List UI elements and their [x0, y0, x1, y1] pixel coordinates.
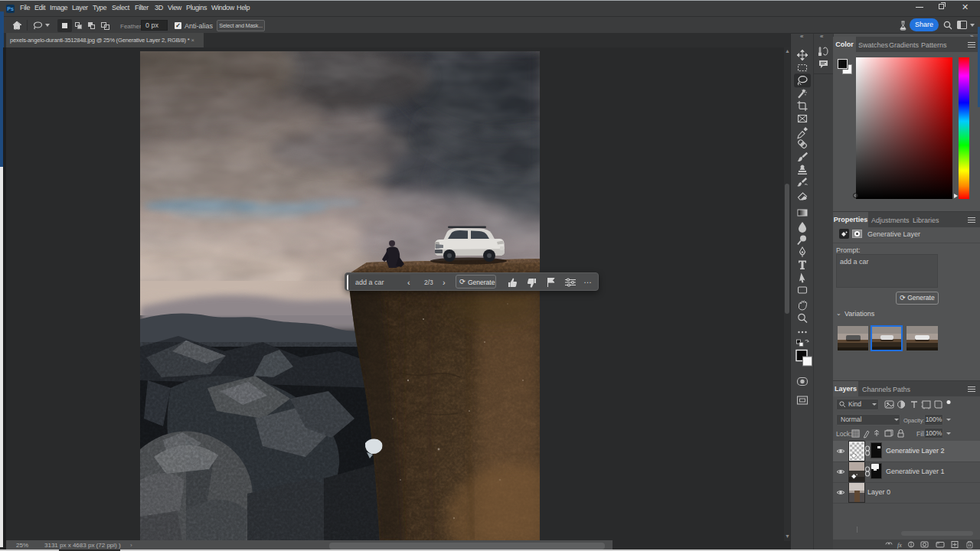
svg-text:fx: fx: [897, 542, 902, 549]
